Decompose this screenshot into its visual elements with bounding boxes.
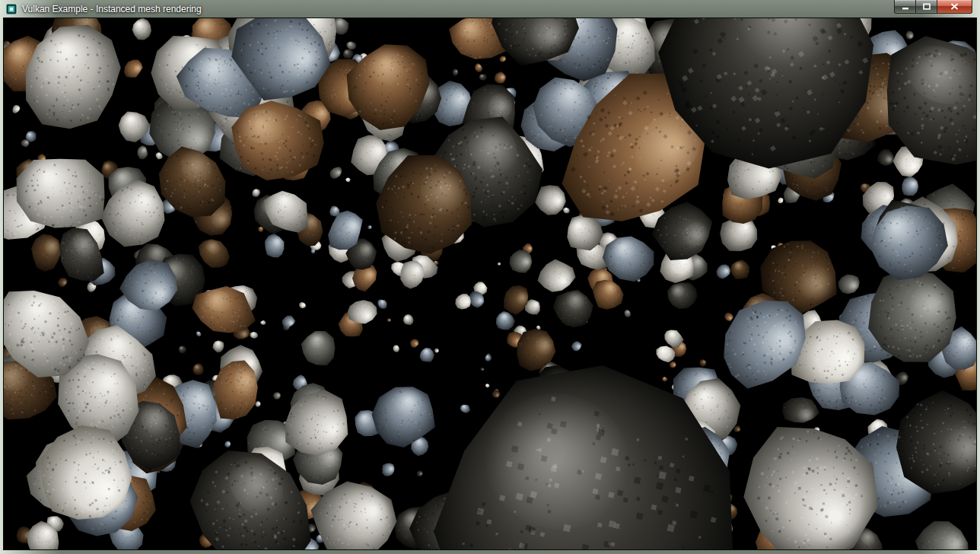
window-title: Vulkan Example - Instanced mesh renderin… (22, 1, 202, 18)
close-button[interactable] (937, 0, 972, 14)
render-viewport[interactable] (3, 18, 977, 550)
maximize-icon (923, 3, 931, 10)
app-window: Vulkan Example - Instanced mesh renderin… (0, 0, 980, 554)
minimize-button[interactable] (894, 0, 916, 14)
close-icon (950, 3, 959, 10)
titlebar[interactable]: Vulkan Example - Instanced mesh renderin… (3, 0, 977, 18)
minimize-icon (902, 3, 909, 10)
rock-scene-canvas (4, 18, 976, 549)
window-controls (894, 0, 972, 14)
maximize-button[interactable] (916, 0, 937, 14)
vulkan-app-icon (5, 3, 18, 15)
app-icon (5, 3, 18, 15)
